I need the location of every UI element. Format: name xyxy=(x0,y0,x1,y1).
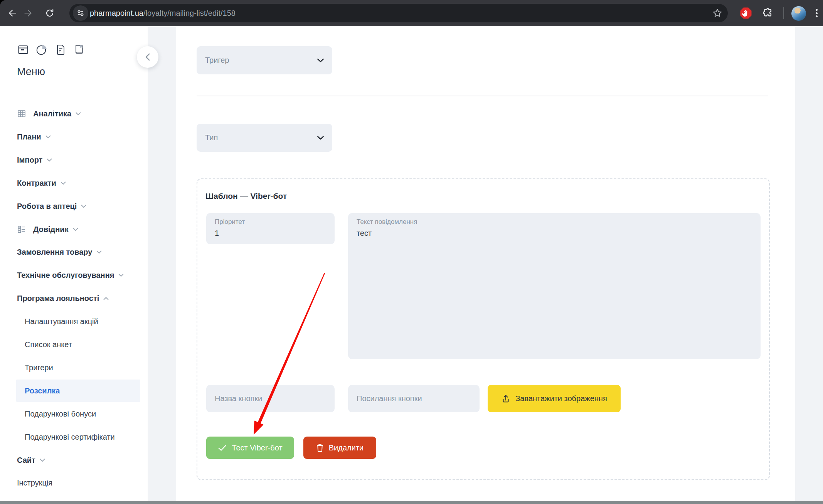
adblock-icon xyxy=(739,7,752,20)
trigger-select[interactable]: Тригер xyxy=(197,46,332,74)
chevron-left-icon xyxy=(145,53,151,61)
sidebar-item-label: Тригери xyxy=(25,363,53,372)
delete-label: Видалити xyxy=(329,444,364,452)
sidebar-item-loyalty-program[interactable]: Програма лояльності xyxy=(16,287,140,309)
sidebar-item-label: Плани xyxy=(17,133,41,141)
delete-button[interactable]: Видалити xyxy=(303,437,376,459)
back-arrow-icon xyxy=(8,8,18,18)
sidebar-item-gift-bonuses[interactable]: Подарункові бонуси xyxy=(16,403,140,425)
sidebar-item-triggers[interactable]: Тригери xyxy=(16,356,140,379)
sidebar-item-mailing[interactable]: Розсилка xyxy=(16,380,140,402)
chevron-down-icon xyxy=(81,205,86,208)
template-section-title: Шаблон — Viber-бот xyxy=(205,192,287,201)
sidebar-collapse-button[interactable] xyxy=(137,46,158,68)
test-viber-bot-button[interactable]: Тест Viber-бот xyxy=(206,437,294,459)
forward-arrow-icon xyxy=(23,8,33,18)
list-rows-icon xyxy=(17,225,26,234)
nav-document-icon[interactable] xyxy=(54,44,66,56)
sidebar-item-label: Технічне обслуговування xyxy=(17,271,114,280)
horizontal-scrollbar[interactable] xyxy=(0,501,823,504)
forward-button[interactable] xyxy=(21,7,34,20)
sidebar-item-label: Подарункові сертифікати xyxy=(25,433,115,442)
sidebar-menu-title: Меню xyxy=(17,66,45,78)
back-button[interactable] xyxy=(6,7,19,20)
sidebar-item-contracts[interactable]: Контракти xyxy=(16,172,140,194)
sidebar-item-pharmacy-work[interactable]: Робота в аптеці xyxy=(16,195,140,217)
nav-pie-chart-icon[interactable] xyxy=(35,44,48,56)
message-text-field[interactable]: Текст повідомлення тест xyxy=(348,213,761,359)
sidebar-item-site[interactable]: Сайт xyxy=(16,449,140,471)
chevron-down-icon xyxy=(317,59,324,62)
chevron-down-icon xyxy=(40,459,45,462)
button-link-input[interactable] xyxy=(348,385,480,412)
sidebar: Меню АналітикаПланиІмпортКонтрактиРобота… xyxy=(0,26,148,504)
sidebar-item-instruction[interactable]: Інструкція xyxy=(16,472,140,494)
sidebar-item-label: Замовлення товару xyxy=(17,248,92,257)
sidebar-item-goods-order[interactable]: Замовлення товару xyxy=(16,241,140,263)
test-viber-bot-label: Тест Viber-бот xyxy=(232,444,282,452)
sidebar-quick-icons xyxy=(17,44,85,56)
sidebar-item-plans[interactable]: Плани xyxy=(16,126,140,148)
chevron-down-icon xyxy=(96,250,102,254)
sidebar-item-label: Інструкція xyxy=(17,479,52,487)
chevron-down-icon xyxy=(118,274,124,277)
sidebar-item-label: Список анкет xyxy=(25,340,72,349)
trigger-select-label: Тригер xyxy=(205,56,317,65)
url-domain: pharmapoint.ua xyxy=(90,9,143,17)
sidebar-item-promo-settings[interactable]: Налаштування акцій xyxy=(16,310,140,333)
bookmark-star-icon xyxy=(712,8,722,18)
tune-icon xyxy=(76,9,85,17)
chevron-down-icon xyxy=(45,135,51,139)
sidebar-item-directory[interactable]: Довідник xyxy=(16,218,140,240)
puzzle-icon xyxy=(762,7,774,19)
sidebar-item-label: Довідник xyxy=(33,225,69,234)
section-divider xyxy=(197,96,768,96)
sidebar-item-questionnaires[interactable]: Список анкет xyxy=(16,333,140,356)
browser-toolbar: pharmapoint.ua/loyalty/mailing-list/edit… xyxy=(0,0,823,26)
upload-image-button[interactable]: Завантажити зображення xyxy=(488,385,621,412)
priority-value: 1 xyxy=(215,229,326,238)
type-select[interactable]: Тип xyxy=(197,124,332,152)
address-bar[interactable]: pharmapoint.ua/loyalty/mailing-list/edit… xyxy=(69,4,728,22)
checkmark-icon xyxy=(218,445,227,451)
site-settings-button[interactable] xyxy=(73,5,88,21)
application-window: pharmapoint.ua/loyalty/mailing-list/edit… xyxy=(0,0,823,504)
page-gutter-left xyxy=(148,26,176,504)
reload-icon xyxy=(45,8,55,18)
type-select-label: Тип xyxy=(205,133,317,142)
browser-menu-button[interactable] xyxy=(813,8,820,18)
sidebar-item-analytics[interactable]: Аналітика xyxy=(16,102,140,125)
bookmark-button[interactable] xyxy=(712,8,722,18)
button-name-input[interactable] xyxy=(206,385,335,412)
sidebar-item-label: Розсилка xyxy=(25,386,60,395)
message-text-label: Текст повідомлення xyxy=(357,218,752,226)
sidebar-item-label: Контракти xyxy=(17,179,56,188)
profile-avatar[interactable] xyxy=(791,6,806,21)
adblock-extension-button[interactable] xyxy=(739,7,752,20)
upload-icon xyxy=(501,394,510,403)
chevron-down-icon xyxy=(61,181,66,185)
trash-icon xyxy=(316,444,324,452)
upload-image-label: Завантажити зображення xyxy=(515,394,607,403)
extensions-button[interactable] xyxy=(761,7,774,20)
sidebar-item-label: Імпорт xyxy=(17,156,42,165)
sidebar-item-gift-certificates[interactable]: Подарункові сертифікати xyxy=(16,426,140,448)
nav-book-icon[interactable] xyxy=(72,44,85,56)
sidebar-item-label: Сайт xyxy=(17,456,35,465)
page-gutter-right xyxy=(795,26,823,504)
sidebar-item-label: Налаштування акцій xyxy=(25,317,98,326)
chevron-down-icon xyxy=(47,158,52,162)
sidebar-item-label: Програма лояльності xyxy=(17,294,99,303)
sidebar-item-maintenance[interactable]: Технічне обслуговування xyxy=(16,264,140,286)
priority-label: Пріоритет xyxy=(215,218,326,226)
toolbar-separator xyxy=(783,7,784,19)
url-text: pharmapoint.ua/loyalty/mailing-list/edit… xyxy=(90,4,236,22)
reload-button[interactable] xyxy=(43,7,56,20)
nav-archive-box-icon[interactable] xyxy=(17,44,29,56)
chevron-down-icon xyxy=(76,112,81,116)
url-path: /loyalty/mailing-list/edit/158 xyxy=(143,9,236,17)
sidebar-item-import[interactable]: Імпорт xyxy=(16,149,140,171)
sidebar-item-label: Робота в аптеці xyxy=(17,202,77,211)
chevron-down-icon xyxy=(73,228,78,231)
priority-field[interactable]: Пріоритет 1 xyxy=(206,213,335,244)
